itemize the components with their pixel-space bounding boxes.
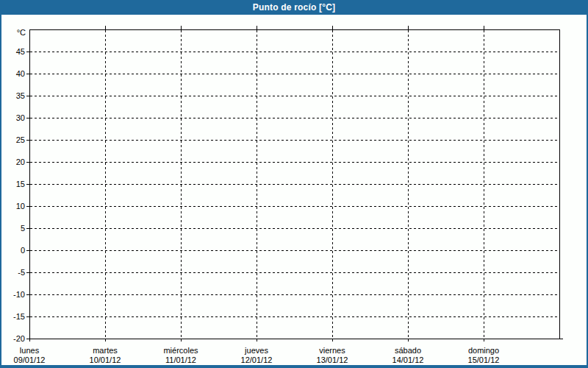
- y-tick-label: 40: [16, 69, 25, 78]
- x-date-label: 14/01/12: [392, 355, 424, 364]
- y-axis-unit-label: °C: [17, 28, 26, 37]
- chart-canvas: °C454035302520151050-5-10-15-20lunes09/0…: [1, 15, 587, 365]
- x-date-label: 09/01/12: [14, 355, 46, 364]
- y-tick-label: 5: [21, 224, 25, 233]
- y-tick-label: 15: [16, 180, 25, 188]
- x-day-label: sábado: [395, 346, 421, 355]
- app-window: Punto de rocío [°C] °C454035302520151050…: [0, 0, 588, 368]
- x-date-label: 13/01/12: [317, 355, 348, 364]
- x-day-label: lunes: [20, 346, 40, 355]
- plot-border: [29, 29, 559, 339]
- x-date-label: 12/01/12: [241, 355, 273, 364]
- x-day-label: viernes: [319, 346, 345, 355]
- y-tick-label: -5: [18, 268, 25, 277]
- x-day-label: domingo: [468, 346, 499, 355]
- y-tick-label: 35: [16, 91, 25, 100]
- y-tick-label: 0: [21, 246, 25, 255]
- y-tick-label: 25: [16, 135, 25, 144]
- y-tick-label: -15: [13, 312, 25, 321]
- x-date-label: 10/01/12: [90, 355, 121, 364]
- x-date-label: 15/01/12: [468, 355, 500, 364]
- y-tick-label: 45: [16, 47, 25, 56]
- x-day-label: jueves: [244, 346, 268, 355]
- y-tick-label: 30: [16, 113, 25, 122]
- y-tick-label: 20: [16, 158, 25, 166]
- title-bar: Punto de rocío [°C]: [1, 0, 587, 15]
- y-tick-label: -20: [13, 334, 25, 343]
- x-date-label: 11/01/12: [165, 355, 196, 364]
- chart-title: Punto de rocío [°C]: [253, 2, 336, 13]
- x-day-label: miércoles: [163, 346, 198, 355]
- x-day-label: martes: [93, 346, 118, 355]
- y-tick-label: 10: [16, 202, 25, 210]
- y-tick-label: -10: [13, 290, 25, 299]
